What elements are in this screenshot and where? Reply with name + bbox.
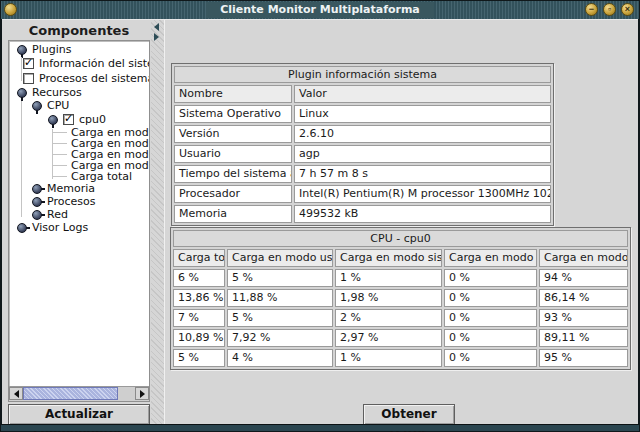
table-cell: 499532 kB xyxy=(294,205,551,223)
system-info-table-title: Plugin información sistema xyxy=(174,66,551,83)
arrow-right-icon xyxy=(140,390,145,398)
tree-item-recursos[interactable]: Recursos xyxy=(9,86,149,99)
table-cell: 4 % xyxy=(227,349,333,367)
table-cell: 7,92 % xyxy=(227,329,333,347)
collapse-left-icon[interactable] xyxy=(154,23,159,31)
table-cell: 11,88 % xyxy=(227,289,333,307)
tree-item-procesos[interactable]: Procesos xyxy=(9,195,149,208)
tree-expanded-handle-icon[interactable] xyxy=(17,88,27,98)
table-cell: Linux xyxy=(294,105,551,123)
window-title: Cliente Monitor Multiplataforma xyxy=(206,2,434,18)
cpu-load-table-title: CPU - cpu0 xyxy=(173,230,628,247)
table-cell: 95 % xyxy=(539,349,628,367)
table-cell: Tiempo del sistema activo xyxy=(174,165,292,183)
table-cell: 2,97 % xyxy=(335,329,442,347)
tree-item-label: Procesos del sistema xyxy=(39,72,149,85)
tree-item-label: Información del sistema xyxy=(39,57,149,70)
cpu-load-table-grid: Carga totalCarga en modo usuarioCarga en… xyxy=(173,249,628,367)
window-menu-icon[interactable] xyxy=(4,3,17,16)
table-cell: 93 % xyxy=(539,309,628,327)
tree-item-label: Procesos xyxy=(47,195,95,208)
app-window: Cliente Monitor Multiplataforma −▫× Comp… xyxy=(0,0,640,432)
tree-item-cpu[interactable]: CPU xyxy=(9,99,149,112)
table-cell: 6 % xyxy=(173,269,225,287)
tree-collapsed-handle-icon[interactable] xyxy=(17,223,27,233)
table-cell: Sistema Operativo xyxy=(174,105,292,123)
tree-item-label: Plugins xyxy=(32,43,71,56)
tree-item-plugins[interactable]: Plugins xyxy=(9,43,149,56)
table-cell: 0 % xyxy=(444,289,537,307)
collapse-right-icon[interactable] xyxy=(154,33,159,41)
tree-item-cpu0[interactable]: cpu0 xyxy=(9,112,149,127)
update-components-button[interactable]: Actualizar componentes xyxy=(8,404,150,425)
table-cell: 0 % xyxy=(444,309,537,327)
system-info-table: Plugin información sistema NombreValorSi… xyxy=(171,63,554,226)
column-header-carga-en-modo-sistema[interactable]: Carga en modo sistema xyxy=(335,249,442,267)
column-header-carga-en-modo-usuario[interactable]: Carga en modo usuario xyxy=(227,249,333,267)
tree-collapsed-handle-icon[interactable] xyxy=(32,197,42,207)
checkbox-procesos-del-sistema-unchecked[interactable] xyxy=(23,73,34,84)
table-cell: 7 h 57 m 8 s xyxy=(294,165,551,183)
tree-item-informacion-del-sistema[interactable]: Información del sistema xyxy=(9,56,149,71)
tree-item-red[interactable]: Red xyxy=(9,208,149,221)
minimize-icon[interactable]: − xyxy=(585,3,598,16)
get-data-button[interactable]: Obtener Datos xyxy=(363,404,455,425)
tree-item-procesos-del-sistema[interactable]: Procesos del sistema xyxy=(9,71,149,86)
table-cell: 1 % xyxy=(335,349,442,367)
title-bar[interactable]: Cliente Monitor Multiplataforma xyxy=(1,1,639,19)
table-cell: Usuario xyxy=(174,145,292,163)
column-header-nombre[interactable]: Nombre xyxy=(174,85,292,103)
table-cell: 0 % xyxy=(444,349,537,367)
table-cell: 94 % xyxy=(539,269,628,287)
column-header-carga-total[interactable]: Carga total xyxy=(173,249,225,267)
sidebar-title: Componentes xyxy=(8,23,150,38)
tree-connector-line xyxy=(53,154,67,155)
tree-expanded-handle-icon[interactable] xyxy=(32,101,42,111)
table-cell: 5 % xyxy=(227,269,333,287)
main-panel: Plugin información sistema NombreValorSi… xyxy=(164,20,638,425)
tree-item-label: Memoria xyxy=(47,182,95,195)
column-header-valor[interactable]: Valor xyxy=(294,85,551,103)
table-cell: 89,11 % xyxy=(539,329,628,347)
table-cell: 0 % xyxy=(444,269,537,287)
tree-item-carga-total[interactable]: Carga total xyxy=(9,171,149,182)
table-cell: 1 % xyxy=(335,269,442,287)
table-cell: agp xyxy=(294,145,551,163)
window-frame-bottom xyxy=(1,424,639,431)
tree-item-label: Red xyxy=(47,208,68,221)
column-header-carga-en-modo-nice[interactable]: Carga en modo nice xyxy=(444,249,537,267)
scroll-right-button[interactable] xyxy=(135,387,149,400)
tree-item-label: CPU xyxy=(47,99,69,112)
scroll-left-button[interactable] xyxy=(9,387,23,400)
tree-item-label: Visor Logs xyxy=(32,221,88,234)
tree-connector-line xyxy=(21,57,22,81)
arrow-left-icon xyxy=(14,390,19,398)
tree-connector-line xyxy=(21,101,22,217)
tree-connector-line xyxy=(52,129,53,179)
table-cell: 7 % xyxy=(173,309,225,327)
table-cell: 13,86 % xyxy=(173,289,225,307)
tree-item-visor-logs[interactable]: Visor Logs xyxy=(9,221,149,234)
column-header-carga-en-modo-idle[interactable]: Carga en modo idle xyxy=(539,249,628,267)
table-cell: Intel(R) Pentium(R) M processor 1300MHz … xyxy=(294,185,551,203)
close-icon[interactable]: × xyxy=(621,3,634,16)
checkbox-cpu0-checked[interactable] xyxy=(63,114,74,125)
system-info-table-grid: NombreValorSistema OperativoLinuxVersión… xyxy=(174,85,551,223)
scrollbar-thumb[interactable] xyxy=(23,387,118,400)
tree-expanded-handle-icon[interactable] xyxy=(48,115,58,125)
tree-item-label: cpu0 xyxy=(79,113,106,126)
cpu-load-table: CPU - cpu0 Carga totalCarga en modo usua… xyxy=(170,227,631,370)
table-cell: 5 % xyxy=(173,349,225,367)
tree-collapsed-handle-icon[interactable] xyxy=(32,210,42,220)
table-cell: 2.6.10 xyxy=(294,125,551,143)
table-cell: 86,14 % xyxy=(539,289,628,307)
tree-collapsed-handle-icon[interactable] xyxy=(32,184,42,194)
splitpane-divider[interactable] xyxy=(151,20,164,425)
tree-horizontal-scrollbar[interactable] xyxy=(9,386,149,401)
tree-item-memoria[interactable]: Memoria xyxy=(9,182,149,195)
tree-expanded-handle-icon[interactable] xyxy=(17,45,27,55)
maximize-icon[interactable]: ▫ xyxy=(603,3,616,16)
scrollbar-track[interactable] xyxy=(118,387,135,401)
checkbox-informacion-del-sistema-checked[interactable] xyxy=(23,58,34,69)
table-cell: 5 % xyxy=(227,309,333,327)
